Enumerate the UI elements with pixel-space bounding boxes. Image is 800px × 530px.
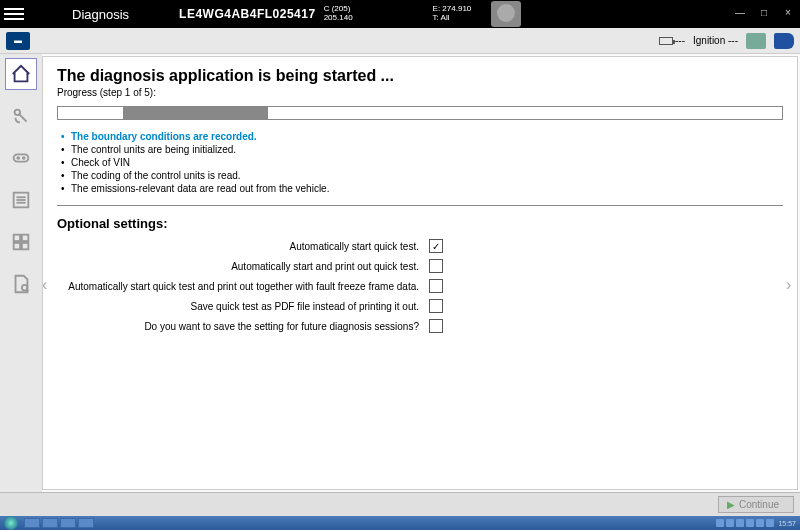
clock: 15:57 xyxy=(778,520,796,527)
sidebar-home-icon[interactable] xyxy=(5,58,37,90)
maximize-button[interactable]: □ xyxy=(756,7,772,21)
sidebar-report-icon[interactable] xyxy=(5,268,37,300)
tool-home-icon[interactable]: ▬ xyxy=(6,32,30,50)
option-label: Save quick test as PDF file instead of p… xyxy=(191,301,419,312)
footer-bar: ▶ Continue xyxy=(0,492,800,516)
option-row: Automatically start quick test. xyxy=(57,239,783,253)
vin-value: LE4WG4AB4FL025417 xyxy=(179,7,316,21)
battery-status: --- xyxy=(659,35,685,46)
optional-settings-title: Optional settings: xyxy=(57,216,783,231)
option-checkbox[interactable] xyxy=(429,279,443,293)
help-book-icon[interactable] xyxy=(774,33,794,49)
tray-icons[interactable] xyxy=(716,519,774,527)
vehicle-info-1: C (205) 205.140 xyxy=(324,5,353,23)
battery-value: --- xyxy=(675,35,685,46)
option-row: Automatically start quick test and print… xyxy=(57,279,783,293)
options-list: Automatically start quick test.Automatic… xyxy=(57,239,783,333)
steps-list: The boundary conditions are recorded.The… xyxy=(57,130,783,206)
sidebar-grid-icon[interactable] xyxy=(5,226,37,258)
option-label: Automatically start quick test and print… xyxy=(68,281,419,292)
start-button[interactable] xyxy=(4,516,18,530)
option-row: Do you want to save the setting for futu… xyxy=(57,319,783,333)
transmission-info: T: All xyxy=(433,14,472,23)
device-icon xyxy=(491,1,521,27)
page-heading: The diagnosis application is being start… xyxy=(57,67,783,85)
task-item[interactable] xyxy=(78,518,94,528)
sidebar-list-icon[interactable] xyxy=(5,184,37,216)
option-checkbox[interactable] xyxy=(429,299,443,313)
toolbar: ▬ --- Ignition --- xyxy=(0,28,800,54)
option-label: Automatically start quick test. xyxy=(290,241,420,252)
task-item[interactable] xyxy=(60,518,76,528)
svg-point-2 xyxy=(17,157,19,159)
titlebar: Diagnosis LE4WG4AB4FL025417 C (205) 205.… xyxy=(0,0,800,28)
vehicle-info-2: E: 274.910 T: All xyxy=(433,5,472,23)
option-checkbox[interactable] xyxy=(429,319,443,333)
close-button[interactable]: × xyxy=(780,7,796,21)
task-item[interactable] xyxy=(42,518,58,528)
step-item: The control units are being initialized. xyxy=(61,143,783,156)
svg-rect-9 xyxy=(22,235,28,241)
content-panel: ‹ › The diagnosis application is being s… xyxy=(42,56,798,490)
option-label: Automatically start and print out quick … xyxy=(231,261,419,272)
step-item: The emissions-relevant data are read out… xyxy=(61,182,783,195)
svg-rect-1 xyxy=(14,154,29,161)
option-checkbox[interactable] xyxy=(429,239,443,253)
minimize-button[interactable]: — xyxy=(732,7,748,21)
svg-rect-10 xyxy=(14,243,20,249)
progress-bar xyxy=(57,106,783,120)
continue-label: Continue xyxy=(739,499,779,510)
option-label: Do you want to save the setting for futu… xyxy=(144,321,419,332)
chevron-left-icon[interactable]: ‹ xyxy=(42,273,54,297)
option-row: Automatically start and print out quick … xyxy=(57,259,783,273)
chevron-right-icon[interactable]: › xyxy=(786,273,798,297)
step-item: Check of VIN xyxy=(61,156,783,169)
system-tray: 15:57 xyxy=(716,519,796,527)
svg-rect-11 xyxy=(22,243,28,249)
svg-rect-8 xyxy=(14,235,20,241)
menu-icon[interactable] xyxy=(4,8,24,20)
print-icon[interactable] xyxy=(746,33,766,49)
task-item[interactable] xyxy=(24,518,40,528)
option-checkbox[interactable] xyxy=(429,259,443,273)
ignition-status: Ignition --- xyxy=(693,35,738,46)
main-area: ‹ › The diagnosis application is being s… xyxy=(0,54,800,492)
sidebar-controller-icon[interactable] xyxy=(5,142,37,174)
vehicle-code: 205.140 xyxy=(324,14,353,23)
sidebar xyxy=(0,54,42,492)
step-item: The boundary conditions are recorded. xyxy=(61,130,783,143)
battery-icon xyxy=(659,37,673,45)
continue-button[interactable]: ▶ Continue xyxy=(718,496,794,513)
svg-point-3 xyxy=(23,157,25,159)
window-controls: — □ × xyxy=(732,7,796,21)
option-row: Save quick test as PDF file instead of p… xyxy=(57,299,783,313)
sidebar-diagnosis-icon[interactable] xyxy=(5,100,37,132)
progress-label: Progress (step 1 of 5): xyxy=(57,87,783,98)
taskbar: 15:57 xyxy=(0,516,800,530)
step-item: The coding of the control units is read. xyxy=(61,169,783,182)
app-title: Diagnosis xyxy=(72,7,129,22)
arrow-right-icon: ▶ xyxy=(727,499,735,510)
progress-fill xyxy=(123,107,268,119)
